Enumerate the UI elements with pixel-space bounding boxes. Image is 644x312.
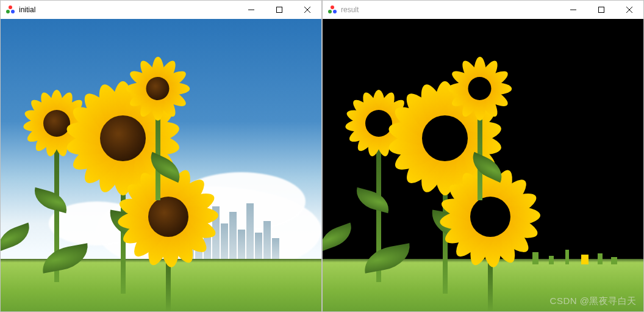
svg-point-0 [9, 5, 12, 9]
window-initial: initial [0, 0, 322, 312]
minimize-icon [570, 7, 576, 13]
svg-point-7 [331, 5, 334, 9]
maximize-icon [598, 7, 604, 13]
close-button[interactable] [293, 1, 321, 19]
sunflower-scene-masked [323, 19, 643, 311]
svg-point-9 [333, 10, 337, 13]
titlebar[interactable]: result [323, 1, 643, 19]
close-icon [304, 7, 310, 13]
sunflower-scene-original [1, 19, 321, 311]
minimize-icon [248, 7, 254, 13]
maximize-button[interactable] [265, 1, 293, 19]
opencv-icon [5, 5, 15, 15]
close-icon [626, 7, 632, 13]
minimize-button[interactable] [237, 1, 265, 19]
caption-buttons [559, 1, 643, 19]
svg-rect-11 [599, 7, 604, 13]
window-result: result [322, 0, 644, 312]
minimize-button[interactable] [559, 1, 587, 19]
image-viewport-initial [1, 19, 321, 311]
svg-rect-4 [277, 7, 282, 13]
image-viewport-result [323, 19, 643, 311]
caption-buttons [237, 1, 321, 19]
svg-point-1 [6, 10, 10, 13]
opencv-icon [327, 5, 337, 15]
close-button[interactable] [615, 1, 643, 19]
maximize-icon [276, 7, 282, 13]
maximize-button[interactable] [587, 1, 615, 19]
titlebar[interactable]: initial [1, 1, 321, 19]
svg-point-2 [11, 10, 15, 13]
svg-point-8 [328, 10, 332, 13]
window-title: result [341, 5, 359, 14]
window-title: initial [19, 5, 35, 14]
